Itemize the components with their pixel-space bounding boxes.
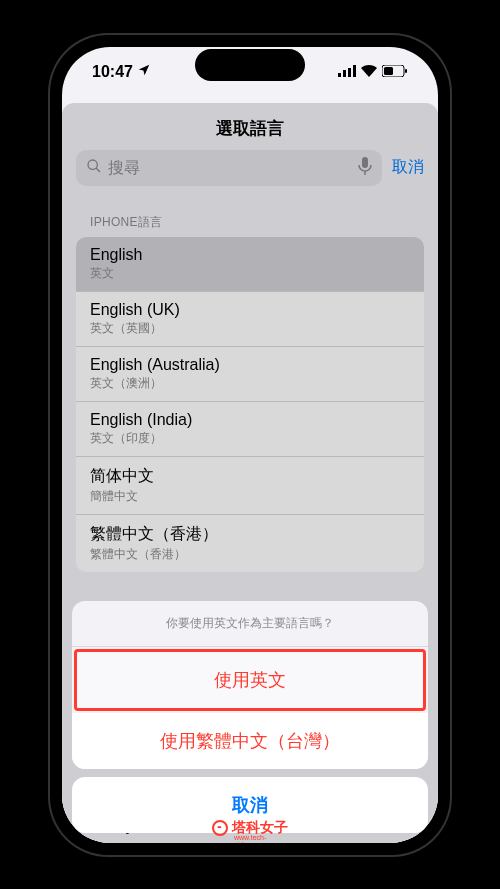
page-title: 選取語言 xyxy=(62,103,438,150)
use-chinese-button[interactable]: 使用繁體中文（台灣） xyxy=(72,713,428,769)
language-secondary-label: 英文（英國） xyxy=(90,320,410,337)
phone-frame: 10:47 選取語言 xyxy=(50,35,450,855)
microphone-icon[interactable] xyxy=(358,157,372,179)
location-icon xyxy=(137,63,151,81)
search-icon xyxy=(86,158,102,178)
svg-rect-9 xyxy=(362,157,368,168)
use-english-button[interactable]: 使用英文 xyxy=(74,649,426,711)
language-item[interactable]: 简体中文簡體中文 xyxy=(76,457,424,515)
content-area: 選取語言 取消 IPHONE語言 English英文English (UK)英 xyxy=(62,103,438,843)
search-cancel-button[interactable]: 取消 xyxy=(392,157,424,178)
language-primary-label: English xyxy=(90,246,410,264)
language-secondary-label: 英文 xyxy=(90,265,410,282)
watermark-url: www.tech-girlz.com xyxy=(234,834,288,843)
language-secondary-label: 簡體中文 xyxy=(90,488,410,505)
language-primary-label: English (India) xyxy=(90,411,410,429)
language-item[interactable]: English (India)英文（印度） xyxy=(76,402,424,457)
language-primary-label: 简体中文 xyxy=(90,466,410,487)
language-item[interactable]: English英文 xyxy=(76,237,424,292)
action-sheet: 你要使用英文作為主要語言嗎？ 使用英文 使用繁體中文（台灣） 取消 xyxy=(62,601,438,843)
language-item[interactable]: English (Australia)英文（澳洲） xyxy=(76,347,424,402)
sheet-title: 你要使用英文作為主要語言嗎？ xyxy=(72,601,428,647)
language-primary-label: English (Australia) xyxy=(90,356,410,374)
search-box[interactable] xyxy=(76,150,382,186)
wifi-icon xyxy=(361,63,377,81)
svg-rect-1 xyxy=(343,70,346,77)
svg-point-7 xyxy=(88,160,97,169)
language-item[interactable]: English (UK)英文（英國） xyxy=(76,292,424,347)
watermark-logo-icon xyxy=(212,820,228,836)
section-header: IPHONE語言 xyxy=(62,196,438,237)
dynamic-island xyxy=(195,49,305,81)
language-primary-label: 繁體中文（香港） xyxy=(90,524,410,545)
svg-rect-3 xyxy=(353,65,356,77)
language-secondary-label: 英文（澳洲） xyxy=(90,375,410,392)
language-item[interactable]: 繁體中文（香港）繁體中文（香港） xyxy=(76,515,424,572)
language-secondary-label: 英文（印度） xyxy=(90,430,410,447)
status-time: 10:47 xyxy=(92,63,133,81)
watermark: 塔科女子 www.tech-girlz.com xyxy=(212,819,288,837)
language-list: English英文English (UK)英文（英國）English (Aust… xyxy=(76,237,424,572)
svg-rect-5 xyxy=(384,67,393,75)
signal-icon xyxy=(338,63,356,81)
phone-screen: 10:47 選取語言 xyxy=(62,47,438,843)
language-primary-label: English (UK) xyxy=(90,301,410,319)
battery-icon xyxy=(382,63,408,81)
search-input[interactable] xyxy=(108,159,352,177)
svg-rect-0 xyxy=(338,73,341,77)
svg-rect-6 xyxy=(405,69,407,73)
svg-rect-2 xyxy=(348,68,351,77)
svg-line-8 xyxy=(96,168,100,172)
language-secondary-label: 繁體中文（香港） xyxy=(90,546,410,563)
